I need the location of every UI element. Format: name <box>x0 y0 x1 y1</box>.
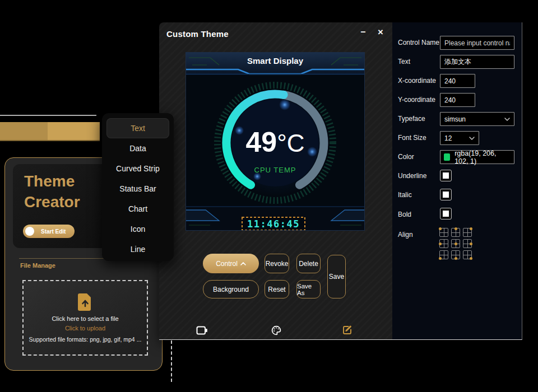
y-coordinate-input[interactable] <box>440 93 475 107</box>
color-swatch <box>444 153 450 161</box>
font-size-label: Font Size <box>398 134 426 142</box>
align-bottom-center-button[interactable] <box>451 250 460 259</box>
align-bottom-left-button[interactable] <box>439 250 448 259</box>
upload-secondary-text: Click to upload <box>65 325 105 332</box>
x-coordinate-input[interactable] <box>440 74 475 88</box>
control-name-input[interactable] <box>440 36 514 50</box>
revoke-button[interactable]: Revoke <box>265 254 289 273</box>
text-label: Text <box>398 58 410 66</box>
align-label: Align <box>398 231 413 239</box>
menu-item-icon[interactable]: Icon <box>106 219 169 239</box>
font-size-select[interactable]: 12 <box>440 131 479 145</box>
control-button-label: Control <box>216 260 238 268</box>
glow-dot <box>307 147 317 157</box>
underline-label: Underline <box>398 172 426 180</box>
menu-item-curved-strip[interactable]: Curved Strip <box>106 158 169 179</box>
align-middle-center-button[interactable] <box>451 239 460 248</box>
preview-title: Smart Display <box>247 56 304 66</box>
bold-label: Bold <box>398 211 411 218</box>
align-middle-right-button[interactable] <box>463 239 472 248</box>
chevron-down-icon <box>504 118 510 121</box>
align-grid <box>439 228 472 260</box>
save-as-button[interactable]: Save As <box>296 280 321 298</box>
align-dot <box>470 227 472 230</box>
font-size-value: 12 <box>444 134 452 142</box>
typeface-value: simsun <box>444 115 466 123</box>
x-coordinate-label: X-coordinate <box>398 77 436 85</box>
preview-footer: 11:46:45 <box>185 206 365 231</box>
custom-theme-dialog: Custom Theme – ✕ <box>159 22 392 340</box>
menu-item-status-bar[interactable]: Status Bar <box>106 179 169 199</box>
align-dot <box>470 242 472 245</box>
theme-creator-title: Theme Creator <box>24 171 80 212</box>
bold-checkbox[interactable] <box>440 208 452 220</box>
temp-reading: 49°C <box>246 127 305 158</box>
align-top-right-button[interactable] <box>463 228 472 237</box>
menu-item-line[interactable]: Line <box>106 239 169 259</box>
screen-icon <box>196 326 208 335</box>
align-dot <box>439 227 442 230</box>
screen: Theme Creator Start Edit File Manage Cli… <box>0 0 538 392</box>
close-button[interactable]: ✕ <box>374 26 387 39</box>
y-coordinate-label: Y-coordinate <box>398 96 435 104</box>
align-dot <box>454 242 457 245</box>
align-dot <box>439 257 442 260</box>
glow-dot <box>235 126 244 135</box>
align-dot <box>470 257 472 260</box>
control-name-label: Control Name <box>398 39 439 46</box>
smart-display-preview: Smart Display 49°C CPU TEMP <box>185 52 365 231</box>
text-input[interactable] <box>440 55 514 69</box>
palette-icon <box>271 325 281 335</box>
toggle-knob <box>25 227 34 236</box>
file-manage-heading: File Manage <box>20 262 55 269</box>
typeface-label: Typeface <box>398 115 425 123</box>
control-menu: TextDataCurved StripStatus BarChartIconL… <box>102 113 174 261</box>
align-dot <box>439 242 442 245</box>
align-dot <box>454 257 457 260</box>
edit-tab[interactable] <box>341 324 354 336</box>
background-button[interactable]: Background <box>203 280 259 298</box>
italic-checkbox[interactable] <box>440 189 452 200</box>
color-picker[interactable]: rgba(19, 206, 102, 1) <box>440 150 514 164</box>
file-upload-icon <box>77 293 93 311</box>
preview-header: Smart Display <box>185 52 365 74</box>
align-middle-left-button[interactable] <box>439 239 448 248</box>
palette-tab[interactable] <box>270 324 282 337</box>
start-edit-label: Start Edit <box>41 228 66 235</box>
screen-tab[interactable] <box>196 324 208 337</box>
underline-checkbox[interactable] <box>440 170 452 181</box>
background-window-edge <box>0 115 96 116</box>
align-top-center-button[interactable] <box>451 228 460 237</box>
chevron-down-icon <box>469 137 475 140</box>
color-value: rgba(19, 206, 102, 1) <box>454 150 511 165</box>
upload-primary-text: Click here to select a file <box>52 315 118 322</box>
align-top-left-button[interactable] <box>439 228 448 237</box>
upload-formats-text: Supported file formats: png, jpg, gif, m… <box>29 336 142 343</box>
minimize-button[interactable]: – <box>356 26 370 39</box>
properties-panel: Control Name Text X-coordinate Y-coordin… <box>392 22 522 340</box>
save-button[interactable]: Save <box>327 255 346 298</box>
edit-icon <box>342 325 353 335</box>
menu-item-data[interactable]: Data <box>106 138 169 158</box>
align-bottom-right-button[interactable] <box>463 250 472 259</box>
menu-item-text[interactable]: Text <box>106 118 169 138</box>
dialog-title: Custom Theme <box>166 29 229 39</box>
align-dot <box>454 227 457 230</box>
start-edit-toggle[interactable]: Start Edit <box>23 225 75 238</box>
italic-label: Italic <box>398 191 412 199</box>
selection-dashes-artifact <box>171 340 172 382</box>
chevron-up-icon <box>240 262 246 265</box>
glow-dot <box>279 99 290 110</box>
background-window-gold-bar <box>0 122 100 141</box>
menu-item-chart[interactable]: Chart <box>106 199 169 219</box>
reset-button[interactable]: Reset <box>265 280 289 298</box>
temp-label: CPU TEMP <box>254 166 296 174</box>
file-upload-dropzone[interactable]: Click here to select a file Click to upl… <box>22 280 148 356</box>
control-button[interactable]: Control <box>203 254 259 273</box>
time-display[interactable]: 11:46:45 <box>247 218 300 230</box>
color-label: Color <box>398 153 414 161</box>
typeface-select[interactable]: simsun <box>440 112 514 126</box>
delete-button[interactable]: Delete <box>296 254 321 273</box>
